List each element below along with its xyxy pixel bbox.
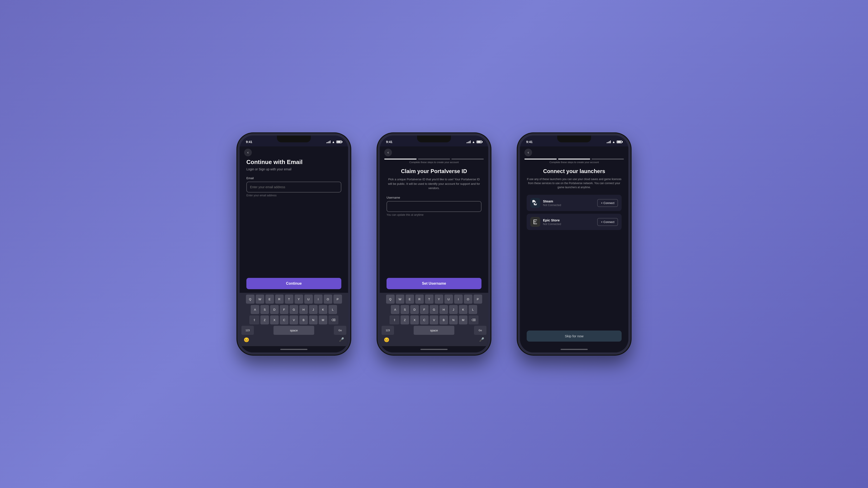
- key-m[interactable]: M: [319, 315, 327, 324]
- key-v[interactable]: V: [289, 315, 298, 324]
- status-time-1: 9:41: [246, 140, 252, 144]
- phone3-screen: ‹ Complete these steps to create your ac…: [520, 147, 628, 352]
- key2-j[interactable]: J: [449, 305, 458, 314]
- key-q[interactable]: Q: [246, 295, 254, 304]
- progress-seg-p3-2: [558, 159, 590, 160]
- go-key-2[interactable]: Go: [474, 326, 487, 335]
- email-label: Email: [246, 176, 341, 180]
- key-d[interactable]: D: [270, 305, 279, 314]
- key-u[interactable]: U: [304, 295, 313, 304]
- email-input[interactable]: [246, 182, 341, 193]
- key2-l[interactable]: L: [469, 305, 477, 314]
- progress-seg-3: [452, 159, 484, 160]
- key2-p[interactable]: P: [473, 295, 482, 304]
- key-y[interactable]: Y: [294, 295, 303, 304]
- key2-d[interactable]: D: [410, 305, 419, 314]
- key2-y[interactable]: Y: [435, 295, 443, 304]
- continue-button[interactable]: Continue: [246, 278, 341, 289]
- key-j[interactable]: J: [309, 305, 318, 314]
- epic-name: Epic Store: [543, 218, 594, 222]
- key2-h[interactable]: H: [439, 305, 448, 314]
- claim-desc: Pick a unique Portalverse ID that you'd …: [386, 177, 482, 191]
- shift-key-2[interactable]: ⇧: [390, 315, 399, 324]
- space-key-2[interactable]: space: [414, 326, 454, 335]
- key2-a[interactable]: A: [391, 305, 399, 314]
- key-n[interactable]: N: [309, 315, 318, 324]
- key-h[interactable]: H: [299, 305, 308, 314]
- keyboard-2: Q W E R T Y U I O P A S D F G H J K L: [380, 293, 488, 346]
- key-s[interactable]: S: [260, 305, 269, 314]
- epic-connect-button[interactable]: + Connect: [597, 218, 618, 226]
- key-c[interactable]: C: [280, 315, 288, 324]
- phone-notch-2: [417, 135, 451, 142]
- key-i[interactable]: I: [314, 295, 322, 304]
- back-button-3[interactable]: ‹: [524, 149, 532, 156]
- key2-g[interactable]: G: [430, 305, 438, 314]
- key2-n[interactable]: N: [449, 315, 458, 324]
- steam-launcher-card: STEAM Steam Not Connected + Connect: [527, 195, 622, 211]
- key-b[interactable]: B: [299, 315, 308, 324]
- key-l[interactable]: L: [329, 305, 337, 314]
- numbers-key[interactable]: 123: [241, 326, 254, 335]
- progress-seg-p3-3: [592, 159, 624, 160]
- steam-info: Steam Not Connected: [543, 199, 594, 207]
- key-r[interactable]: R: [275, 295, 284, 304]
- progress-seg-1: [384, 159, 416, 160]
- numbers-key-2[interactable]: 123: [381, 326, 394, 335]
- home-indicator-3: [520, 346, 628, 352]
- mic-key-2[interactable]: 🎤: [479, 337, 484, 343]
- key-o[interactable]: O: [324, 295, 332, 304]
- key-p[interactable]: P: [333, 295, 342, 304]
- space-key[interactable]: space: [274, 326, 314, 335]
- connect-title: Connect your launchers: [527, 168, 622, 174]
- key-w[interactable]: W: [256, 295, 264, 304]
- key2-z[interactable]: Z: [401, 315, 409, 324]
- emoji-key-2[interactable]: 😊: [384, 337, 390, 343]
- key2-q[interactable]: Q: [386, 295, 395, 304]
- back-button-2[interactable]: ‹: [384, 149, 392, 156]
- key2-e[interactable]: E: [405, 295, 414, 304]
- key-a[interactable]: A: [251, 305, 259, 314]
- back-button-1[interactable]: ‹: [244, 149, 252, 156]
- key2-w[interactable]: W: [396, 295, 404, 304]
- key-e[interactable]: E: [266, 295, 274, 304]
- key-g[interactable]: G: [289, 305, 298, 314]
- key2-u[interactable]: U: [444, 295, 453, 304]
- set-username-button[interactable]: Set Username: [386, 278, 482, 289]
- key2-v[interactable]: V: [430, 315, 438, 324]
- key2-c[interactable]: C: [420, 315, 429, 324]
- key-t[interactable]: T: [285, 295, 293, 304]
- key-z[interactable]: Z: [260, 315, 269, 324]
- key2-f[interactable]: F: [420, 305, 429, 314]
- epic-status: Not Connected: [543, 223, 594, 226]
- emoji-key[interactable]: 😊: [244, 337, 249, 343]
- home-indicator-1: [240, 346, 348, 352]
- progress-bar-2: [380, 159, 488, 160]
- wifi-icon-2: ▲: [472, 140, 475, 143]
- steam-connect-button[interactable]: + Connect: [597, 199, 618, 207]
- key2-i[interactable]: I: [454, 295, 463, 304]
- key2-t[interactable]: T: [425, 295, 434, 304]
- phone-notch-3: [557, 135, 591, 142]
- svg-rect-5: [533, 220, 537, 220]
- key2-o[interactable]: O: [464, 295, 472, 304]
- username-label: Username: [386, 196, 482, 199]
- key2-k[interactable]: K: [459, 305, 467, 314]
- key2-s[interactable]: S: [401, 305, 409, 314]
- go-key[interactable]: Go: [334, 326, 346, 335]
- backspace-key[interactable]: ⌫: [329, 315, 338, 324]
- key2-m[interactable]: M: [459, 315, 467, 324]
- key2-r[interactable]: R: [415, 295, 424, 304]
- key-x[interactable]: X: [270, 315, 279, 324]
- key2-x[interactable]: X: [410, 315, 419, 324]
- mic-key[interactable]: 🎤: [339, 337, 344, 343]
- key2-b[interactable]: B: [439, 315, 448, 324]
- backspace-key-2[interactable]: ⌫: [469, 315, 478, 324]
- skip-button[interactable]: Skip for now: [527, 330, 622, 341]
- key-f[interactable]: F: [280, 305, 288, 314]
- shift-key[interactable]: ⇧: [249, 315, 259, 324]
- username-input[interactable]: [386, 201, 482, 212]
- battery-icon-1: [336, 140, 342, 143]
- key-k[interactable]: K: [319, 305, 327, 314]
- phone1-screen: ‹ Continue with Email Login or Sign up w…: [240, 147, 348, 352]
